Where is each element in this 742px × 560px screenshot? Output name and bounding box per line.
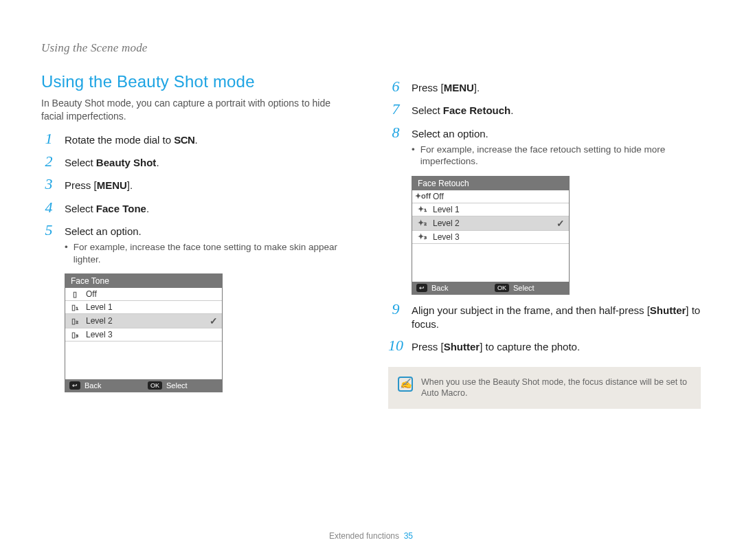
menu-empty-area [412,244,569,282]
menu-footer: ↩ Back OK Select [65,379,222,392]
retouch-2-icon: ✦₂ [415,219,429,227]
step-6: 6 Press [MENU]. [388,79,701,95]
bullet-dot-icon: • [412,144,415,168]
ok-icon: OK [148,381,162,390]
menu-row-level1: ▯₁ Level 1 [65,301,222,314]
retouch-1-icon: ✦₁ [415,205,429,214]
step-number: 10 [388,338,403,353]
menu-row-level3: ✦₃ Level 3 [412,231,569,244]
step-5-bullet: • For example, increase the face tone se… [65,241,354,265]
check-icon: ✓ [556,218,565,229]
back-icon: ↩ [69,381,80,390]
step-4: 4 Select Face Tone. [41,200,354,216]
face-retouch-menu: Face Retouch ✦off Off ✦₁ Level 1 ✦₂ Leve… [412,176,570,295]
menu-empty-area [65,341,222,379]
step-number: 6 [388,79,403,94]
step-number: 7 [388,102,403,117]
step-7: 7 Select Face Retouch. [388,102,701,117]
menu-title: Face Tone [65,274,222,288]
menu-row-level1: ✦₁ Level 1 [412,203,569,216]
section-title: Using the Beauty Shot mode [41,72,354,91]
retouch-3-icon: ✦₃ [415,232,429,241]
step-text: Rotate the mode dial to SCN. [65,133,354,147]
retouch-off-icon: ✦off [415,192,429,201]
step-text: Press [MENU]. [412,81,701,95]
menu-row-level2: ▯₂ Level 2 ✓ [65,314,222,328]
step-8: 8 Select an option. [388,125,701,141]
menu-title: Face Retouch [412,177,569,190]
step-3: 3 Press [MENU]. [41,177,354,192]
left-column: Using the Beauty Shot mode In Beauty Sho… [41,72,354,409]
step-number: 3 [41,177,56,192]
menu-row-level3: ▯₃ Level 3 [65,328,222,341]
level-off-icon: ▯ [68,290,82,299]
step-number: 9 [388,302,403,317]
step-text: Press [Shutter] to capture the photo. [412,340,701,354]
step-9: 9 Align your subject in the frame, and t… [388,302,701,332]
note-icon: ✍ [398,377,413,392]
face-tone-menu: Face Tone ▯ Off ▯₁ Level 1 ▯₂ Level 2 ✓ [65,273,223,392]
menu-footer: ↩ Back OK Select [412,282,569,294]
step-text: Select an option. [65,225,354,238]
back-icon: ↩ [416,284,427,292]
step-text: Select Face Tone. [65,202,354,216]
step-10: 10 Press [Shutter] to capture the photo. [388,338,701,354]
section-intro: In Beauty Shot mode, you can capture a p… [41,97,354,123]
right-column: 6 Press [MENU]. 7 Select Face Retouch. 8… [388,72,701,409]
note-box: ✍ When you use the Beauty Shot mode, the… [388,367,701,410]
menu-row-level2: ✦₂ Level 2 ✓ [412,216,569,231]
step-text: Select an option. [412,127,701,141]
step-2: 2 Select Beauty Shot. [41,154,354,170]
step-number: 1 [41,131,56,146]
step-text: Align your subject in the frame, and the… [412,304,701,332]
step-5: 5 Select an option. [41,223,354,238]
step-number: 8 [388,125,403,140]
level-1-icon: ▯₁ [68,303,82,312]
menu-row-off: ✦off Off [412,190,569,203]
note-text: When you use the Beauty Shot mode, the f… [421,377,691,400]
check-icon: ✓ [210,315,218,326]
step-text: Press [MENU]. [65,179,354,192]
page-header: Using the Scene mode [41,41,701,55]
menu-row-off: ▯ Off [65,288,222,301]
step-number: 2 [41,154,56,169]
bullet-dot-icon: • [65,241,68,265]
step-number: 5 [41,223,56,238]
step-text: Select Beauty Shot. [65,156,354,170]
step-1: 1 Rotate the mode dial to SCN. [41,131,354,147]
ok-icon: OK [495,284,509,292]
step-8-bullet: • For example, increase the face retouch… [412,144,701,168]
step-number: 4 [41,200,56,215]
step-text: Select Face Retouch. [412,104,701,117]
level-2-icon: ▯₂ [68,317,82,326]
scn-icon: SCN [174,134,194,146]
level-3-icon: ▯₃ [68,331,82,339]
page-footer: Extended functions 35 [0,531,742,541]
